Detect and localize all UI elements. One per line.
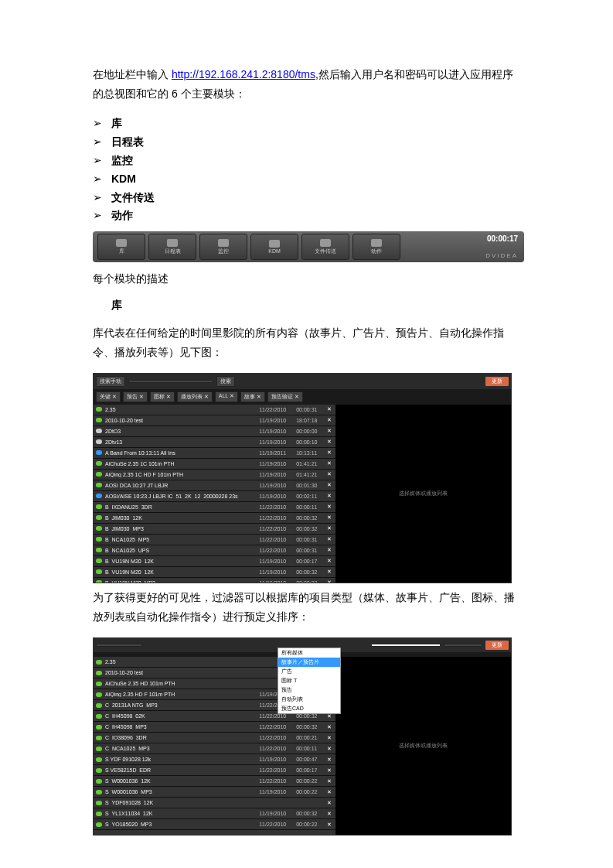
row-delete[interactable]: ✕: [325, 460, 333, 466]
search-field[interactable]: [128, 380, 213, 383]
status-dot: [96, 757, 102, 762]
toolbar-button[interactable]: KDM: [250, 234, 298, 260]
filter-chip[interactable]: 播放列表 ✕: [177, 391, 213, 402]
row-date: 11/19/2010: [259, 559, 296, 564]
dropdown-option[interactable]: 预告: [278, 685, 340, 695]
status-dot: [96, 822, 102, 827]
table-row[interactable]: S_W0001036_12K11/22/201000:00:22✕: [94, 776, 335, 787]
table-row[interactable]: C_IH45098_MP311/22/201000:00:32✕: [94, 722, 335, 733]
dropdown-option[interactable]: 广告: [278, 667, 340, 676]
table-row[interactable]: S_YDF091028_12K✕: [94, 798, 335, 808]
dropdown-option[interactable]: 自动列表: [278, 695, 340, 704]
row-delete[interactable]: ✕: [325, 504, 333, 510]
table-row[interactable]: AiQing 2.35 1C HD F 101m PTH11/19/201001…: [94, 470, 335, 480]
row-delete[interactable]: ✕: [325, 471, 333, 477]
row-date: 11/19/2010: [259, 757, 296, 762]
row-delete[interactable]: ✕: [325, 547, 333, 553]
row-delete[interactable]: ✕: [325, 449, 333, 456]
table-row[interactable]: S_YO185020_MP311/22/201000:00:22✕: [94, 819, 335, 830]
table-row[interactable]: C_IO38096_3DR11/22/201000:00:21✕: [94, 733, 335, 743]
row-delete[interactable]: ✕: [325, 724, 333, 730]
table-row[interactable]: AOSI/AISE 10:23 J LBJR IC_51_2K_12_20000…: [94, 491, 335, 502]
update-button[interactable]: 更新: [485, 377, 509, 386]
update-button-2[interactable]: 更新: [485, 641, 509, 650]
row-date: 11/22/2010: [259, 504, 296, 510]
table-row[interactable]: B_IXDANU25_3DR11/22/201000:00:11✕: [94, 502, 335, 513]
row-date: 11/22/2010: [259, 713, 296, 719]
dropdown-option[interactable]: 故事片／预告片: [278, 658, 340, 667]
table-row[interactable]: 2.3511/22/201000:00:31✕: [94, 405, 335, 415]
toolbar-button[interactable]: 日程表: [148, 234, 196, 260]
table-row[interactable]: AiChuSe 2.35 1C 101m PTH11/19/201001:41:…: [94, 459, 335, 470]
row-delete[interactable]: ✕: [325, 579, 333, 583]
table-row[interactable]: B_JIM030_12K11/22/201000:00:32✕: [94, 513, 335, 524]
filter-chip[interactable]: 预告验证 ✕: [267, 391, 303, 402]
row-name: B_VU19N M20_12K: [105, 559, 259, 564]
filter-chip[interactable]: 预告 ✕: [123, 391, 148, 402]
row-delete[interactable]: ✕: [325, 800, 333, 806]
row-delete[interactable]: ✕: [325, 822, 333, 828]
toolbar-button[interactable]: 动作: [352, 234, 400, 260]
row-delete[interactable]: ✕: [325, 493, 333, 499]
row-delete[interactable]: ✕: [325, 428, 333, 434]
filter-dropdown[interactable]: [371, 644, 441, 647]
row-delete[interactable]: ✕: [325, 757, 333, 763]
toolbar-button[interactable]: 库: [97, 234, 145, 260]
row-delete[interactable]: ✕: [325, 778, 333, 784]
main-toolbar: 库日程表监控KDM文件传送动作 00:00:17 DVIDEA: [93, 231, 524, 262]
row-delete[interactable]: ✕: [325, 514, 333, 521]
row-delete[interactable]: ✕: [325, 746, 333, 752]
row-delete[interactable]: ✕: [325, 439, 333, 445]
status-dot: [96, 747, 102, 751]
row-name: B_NCA1025_UPS: [105, 548, 259, 553]
row-name: AOSI/AISE 10:23 J LBJR IC_51_2K_12_20000…: [105, 494, 259, 499]
row-name: C_IO38096_3DR: [105, 735, 259, 740]
table-row[interactable]: S_YL1X11034_12K11/19/201000:00:32✕: [94, 808, 335, 819]
table-row[interactable]: B_VU19N M20_MP311/19/201000:00:32✕: [94, 578, 335, 583]
row-delete[interactable]: ✕: [325, 569, 333, 575]
filter-chip[interactable]: 图标 ✕: [150, 391, 175, 402]
row-duration: 00:00:17: [296, 559, 325, 564]
row-delete[interactable]: ✕: [325, 767, 333, 774]
dropdown-option[interactable]: 预告CAD: [278, 704, 340, 713]
row-name: AiChuSe 2.35 1C 101m PTH: [105, 461, 259, 466]
filter-chip[interactable]: 关键 ✕: [96, 391, 121, 402]
filter-chip[interactable]: 故事 ✕: [240, 391, 265, 402]
dropdown-option[interactable]: 图标 T: [278, 676, 340, 685]
tms-url[interactable]: http://192.168.241.2:8180/tms: [172, 68, 315, 80]
row-delete[interactable]: ✕: [325, 482, 333, 488]
dropdown-option[interactable]: 所有媒体: [278, 648, 340, 658]
filter-dropdown-menu[interactable]: 所有媒体故事片／预告片广告图标 T预告自动列表预告CAD: [278, 648, 341, 714]
table-row[interactable]: S_W0001036_MP311/19/201000:00:22✕: [94, 787, 335, 798]
row-delete[interactable]: ✕: [325, 536, 333, 542]
table-row[interactable]: B_JIM030_MP311/22/201000:00:32✕: [94, 524, 335, 535]
table-row[interactable]: 2DtO311/19/201000:00:00✕: [94, 426, 335, 437]
toolbar-button[interactable]: 文件传送: [301, 234, 349, 260]
table-row[interactable]: AOSI DCA 10:27 JT LBJR11/19/201000:01:30…: [94, 480, 335, 491]
row-delete[interactable]: ✕: [325, 525, 333, 531]
table-row[interactable]: A Band From 10:13:11 All Ins11/19/201110…: [94, 448, 335, 459]
table-row[interactable]: 2010-10-20 test11/19/201018:07:18✕: [94, 415, 335, 426]
row-date: 11/22/2010: [259, 735, 296, 740]
table-row[interactable]: B_NCA1025_MP511/22/201000:00:31✕: [94, 535, 335, 545]
status-dot: [96, 569, 102, 574]
row-delete[interactable]: ✕: [325, 406, 333, 412]
row-name: S VE58215D_EDR: [105, 767, 259, 773]
table-row[interactable]: B_NCA1025_UPS11/22/201000:00:31✕: [94, 545, 335, 556]
table-row[interactable]: C_NCA1025_MP311/22/201000:00:11✕: [94, 743, 335, 754]
table-row[interactable]: S YDF 091028 12k11/19/201000:00:47✕: [94, 754, 335, 765]
search-field-2[interactable]: [96, 644, 142, 647]
row-delete[interactable]: ✕: [325, 735, 333, 741]
row-delete[interactable]: ✕: [325, 417, 333, 423]
row-delete[interactable]: ✕: [325, 558, 333, 564]
table-row[interactable]: B_VU19N M20_12K11/19/201000:00:32✕: [94, 567, 335, 578]
toolbar-button[interactable]: 监控: [199, 234, 247, 260]
filter-chip[interactable]: ALL ✕: [215, 391, 238, 402]
table-row[interactable]: 2Dtv1311/19/201000:00:10✕: [94, 437, 335, 448]
row-delete[interactable]: ✕: [325, 789, 333, 795]
table-row[interactable]: S VE58215D_EDR11/22/201000:00:17✕: [94, 765, 335, 776]
type-dropdown[interactable]: [444, 644, 482, 647]
row-delete[interactable]: ✕: [325, 811, 333, 817]
search-button[interactable]: 搜索: [216, 376, 235, 387]
table-row[interactable]: B_VU19N M20_12K11/19/201000:00:17✕: [94, 556, 335, 567]
